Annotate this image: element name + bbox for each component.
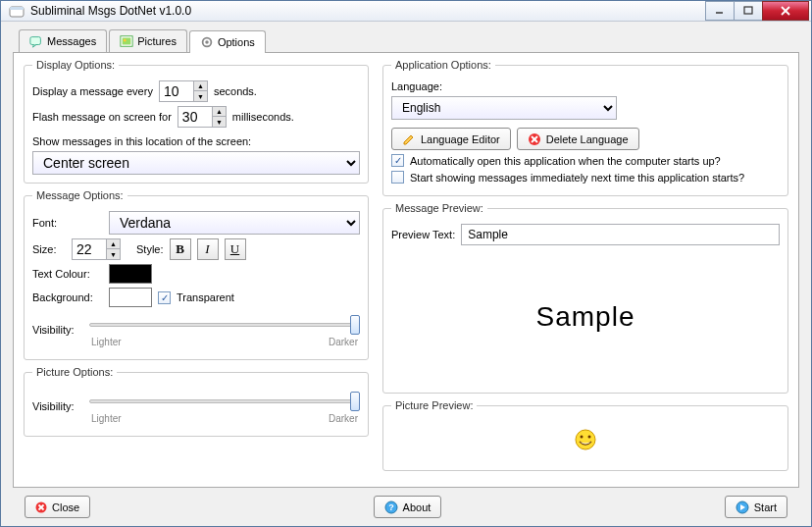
underline-button[interactable]: U	[225, 238, 246, 260]
msg-visibility-slider[interactable]	[89, 313, 360, 337]
picture-options-group: Picture Options: Visibility: Lighter Dar…	[24, 366, 369, 437]
background-label: Background:	[32, 291, 103, 303]
display-every-input[interactable]	[160, 81, 193, 101]
delete-icon	[528, 132, 541, 146]
spin-up-icon[interactable]: ▲	[193, 81, 207, 91]
preview-sample-display: Sample	[391, 249, 780, 385]
font-label: Font:	[32, 217, 103, 229]
font-select[interactable]: Verdana	[109, 211, 360, 235]
tab-options[interactable]: Options	[189, 30, 266, 53]
application-options-legend: Application Options:	[391, 59, 495, 71]
message-options-legend: Message Options:	[32, 189, 127, 201]
start-showing-label: Start showing messages immediately next …	[410, 172, 744, 184]
slider-darker-label: Darker	[329, 337, 358, 347]
spin-down-icon[interactable]: ▼	[193, 91, 207, 101]
pencil-icon	[402, 132, 416, 146]
maximize-button[interactable]	[734, 1, 763, 21]
about-button[interactable]: ? About	[374, 496, 442, 518]
spin-up-icon[interactable]: ▲	[106, 239, 120, 249]
msg-visibility-label: Visibility:	[32, 324, 83, 336]
display-options-legend: Display Options:	[32, 59, 119, 71]
svg-rect-8	[123, 38, 131, 45]
italic-button[interactable]: I	[197, 238, 219, 260]
application-options-group: Application Options: Language: English L…	[382, 59, 788, 196]
pic-visibility-slider[interactable]	[89, 390, 360, 413]
pictures-icon	[120, 34, 133, 48]
location-select[interactable]: Center screen	[32, 151, 360, 175]
flash-duration-spinner[interactable]: ▲▼	[178, 106, 227, 128]
display-every-spinner[interactable]: ▲▼	[159, 80, 208, 102]
transparent-checkbox[interactable]: ✓	[158, 291, 171, 304]
text-colour-label: Text Colour:	[32, 268, 103, 280]
close-button[interactable]: Close	[25, 496, 90, 518]
close-window-button[interactable]	[762, 1, 809, 21]
font-size-input[interactable]	[73, 239, 106, 259]
svg-point-17	[588, 436, 591, 439]
language-select[interactable]: English	[391, 96, 617, 120]
auto-open-label: Automatically open this application when…	[410, 155, 721, 167]
picture-preview-legend: Picture Preview:	[391, 399, 477, 411]
svg-point-15	[576, 430, 595, 449]
smiley-icon	[574, 428, 597, 451]
spin-down-icon[interactable]: ▼	[106, 249, 120, 259]
message-preview-legend: Message Preview:	[391, 202, 487, 214]
pic-visibility-label: Visibility:	[32, 400, 83, 412]
text-colour-swatch[interactable]	[109, 264, 152, 284]
footer-bar: Close ? About Start	[13, 488, 799, 526]
message-options-group: Message Options: Font: Verdana Size: ▲▼ …	[24, 189, 369, 360]
start-button[interactable]: Start	[725, 496, 787, 518]
slider-lighter-label: Lighter	[91, 337, 122, 347]
message-preview-group: Message Preview: Preview Text: Sample	[382, 202, 788, 394]
svg-point-11	[205, 40, 209, 44]
messages-icon	[29, 34, 43, 48]
picture-options-legend: Picture Options:	[32, 366, 117, 378]
app-icon	[9, 3, 25, 19]
background-swatch[interactable]	[109, 288, 152, 307]
help-icon: ?	[384, 501, 398, 514]
spin-down-icon[interactable]: ▼	[212, 117, 226, 127]
preview-text-input[interactable]	[461, 224, 780, 245]
svg-rect-6	[30, 37, 41, 45]
minimize-button[interactable]	[705, 1, 735, 21]
tab-pictures[interactable]: Pictures	[109, 29, 187, 52]
start-showing-checkbox[interactable]	[391, 171, 404, 184]
tab-options-label: Options	[218, 36, 255, 48]
display-every-suffix: seconds.	[214, 85, 257, 97]
tab-bar: Messages Pictures Options	[13, 29, 799, 53]
display-every-prefix: Display a message every	[32, 85, 153, 97]
display-options-group: Display Options: Display a message every…	[24, 59, 369, 184]
language-label: Language:	[391, 80, 442, 92]
auto-open-checkbox[interactable]: ✓	[391, 154, 404, 167]
bold-button[interactable]: B	[170, 238, 191, 260]
delete-language-button[interactable]: Delete Language	[517, 128, 639, 150]
slider-lighter-label: Lighter	[91, 413, 122, 424]
close-icon	[35, 501, 47, 513]
window-title: Subliminal Msgs DotNet v1.0.0	[30, 4, 706, 18]
play-icon	[736, 501, 749, 514]
picture-preview-group: Picture Preview:	[382, 399, 788, 471]
style-label: Style:	[136, 243, 164, 255]
flash-duration-input[interactable]	[178, 107, 212, 127]
tab-messages-label: Messages	[47, 35, 96, 47]
spin-up-icon[interactable]: ▲	[212, 107, 226, 117]
tab-pictures-label: Pictures	[137, 35, 177, 47]
svg-text:?: ?	[388, 502, 394, 512]
svg-rect-1	[10, 7, 24, 10]
font-size-spinner[interactable]: ▲▼	[72, 238, 121, 260]
tab-messages[interactable]: Messages	[19, 29, 107, 52]
slider-darker-label: Darker	[329, 413, 358, 424]
preview-text-label: Preview Text:	[391, 229, 455, 240]
svg-rect-3	[744, 7, 752, 14]
titlebar: Subliminal Msgs DotNet v1.0.0	[1, 1, 811, 22]
location-label: Show messages in this location of the sc…	[32, 135, 251, 147]
flash-prefix: Flash message on screen for	[32, 111, 172, 123]
flash-suffix: milliseconds.	[232, 111, 294, 123]
transparent-label: Transparent	[177, 291, 234, 303]
app-window: Subliminal Msgs DotNet v1.0.0 Messages P…	[0, 0, 812, 527]
gear-icon	[200, 35, 214, 49]
language-editor-button[interactable]: Language Editor	[391, 128, 511, 150]
svg-point-9	[124, 39, 127, 42]
size-label: Size:	[32, 243, 66, 255]
svg-point-16	[581, 436, 584, 439]
